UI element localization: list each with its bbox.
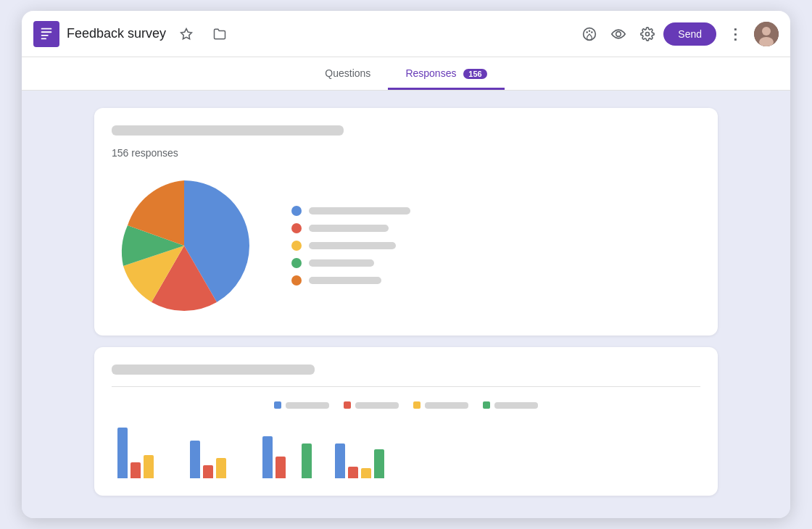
bar-2-2 [203, 465, 213, 478]
card-divider [112, 386, 700, 387]
bar-legend-red [344, 401, 399, 409]
bar-4-3 [361, 468, 371, 478]
legend-label-3 [309, 242, 396, 249]
legend-label-1 [309, 207, 410, 214]
responses-card: 156 responses [94, 108, 718, 336]
avatar [754, 22, 779, 46]
legend-item-yellow [291, 241, 410, 251]
bar-1-1 [117, 428, 128, 478]
send-button[interactable]: Send [663, 22, 716, 46]
chart-legend [291, 206, 410, 286]
legend-item-orange [291, 275, 410, 286]
form-icon [33, 21, 59, 47]
bar-legend-green [483, 401, 538, 409]
svg-point-9 [616, 31, 621, 36]
svg-rect-2 [41, 34, 49, 36]
bar-legend-square-green [483, 401, 490, 409]
bar-4-4 [374, 449, 384, 478]
legend-label-4 [309, 259, 374, 267]
preview-icon[interactable] [605, 21, 631, 47]
svg-rect-0 [41, 28, 52, 29]
palette-icon[interactable] [576, 21, 602, 47]
legend-dot-red [291, 223, 302, 233]
bar-card-title-skeleton [112, 365, 315, 375]
response-count: 156 responses [112, 147, 700, 159]
legend-dot-green [291, 258, 302, 268]
bar-2-3 [216, 458, 226, 478]
bar-3-4 [302, 443, 312, 478]
bar-chart-legend [112, 396, 700, 409]
folder-icon[interactable] [207, 21, 233, 47]
bars-area [112, 420, 700, 478]
settings-icon[interactable] [634, 21, 660, 47]
tabs-bar: Questions Responses 156 [22, 57, 790, 91]
bar-1-3 [144, 455, 154, 478]
bar-legend-text-1 [286, 402, 329, 409]
header-right: Send ⋮ [576, 21, 779, 47]
bar-group-3 [262, 436, 312, 478]
bar-4-2 [348, 467, 358, 478]
svg-marker-4 [181, 28, 192, 38]
legend-item-blue [291, 206, 410, 216]
responses-badge: 156 [463, 69, 486, 79]
bar-3-1 [262, 436, 273, 478]
legend-dot-blue [291, 206, 302, 216]
svg-point-10 [646, 32, 650, 36]
bar-group-1 [117, 428, 167, 478]
bar-legend-square-blue [274, 401, 281, 409]
legend-dot-yellow [291, 241, 302, 251]
bar-chart-card [94, 347, 718, 496]
bar-legend-yellow [413, 401, 468, 409]
svg-point-7 [589, 30, 591, 32]
legend-item-green [291, 258, 410, 268]
chart-row [112, 173, 700, 318]
bar-legend-blue [274, 401, 329, 409]
bar-legend-text-2 [355, 402, 399, 409]
card-title-skeleton [112, 125, 344, 136]
svg-rect-3 [41, 38, 46, 39]
legend-item-red [291, 223, 410, 233]
tab-responses[interactable]: Responses 156 [388, 57, 504, 90]
avatar-image [754, 22, 779, 46]
header-left: Feedback survey [33, 21, 576, 47]
svg-point-6 [587, 31, 589, 33]
svg-rect-1 [41, 31, 52, 33]
bar-4-1 [335, 443, 345, 478]
legend-label-5 [309, 277, 381, 284]
bar-legend-square-yellow [413, 401, 420, 409]
page-title: Feedback survey [67, 26, 166, 41]
bar-legend-square-red [344, 401, 351, 409]
more-options-icon[interactable]: ⋮ [722, 21, 748, 47]
svg-point-12 [762, 27, 771, 36]
svg-point-8 [591, 31, 593, 33]
bar-legend-text-4 [494, 402, 538, 409]
main-content: 156 responses [22, 91, 790, 518]
tab-questions[interactable]: Questions [307, 57, 388, 90]
legend-label-2 [309, 225, 389, 232]
legend-dot-orange [291, 275, 302, 286]
star-icon[interactable] [173, 21, 199, 47]
bar-2-1 [190, 441, 200, 478]
bar-group-4 [335, 443, 384, 478]
pie-chart [112, 173, 257, 318]
app-window: Feedback survey [22, 11, 790, 518]
bar-group-2 [190, 441, 239, 478]
bar-3-2 [276, 457, 286, 478]
bar-legend-text-3 [425, 402, 468, 409]
header: Feedback survey [22, 11, 790, 57]
bar-1-2 [130, 462, 141, 478]
